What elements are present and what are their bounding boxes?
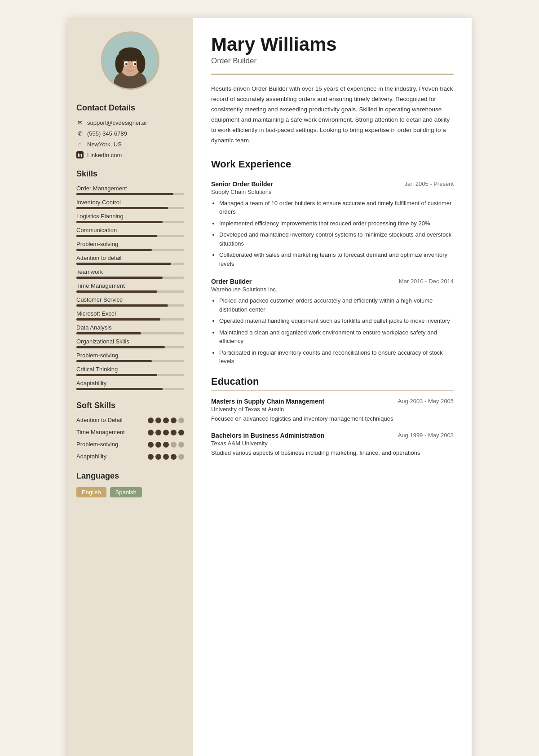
dots-container (148, 442, 184, 448)
linkedin-text: LinkedIn.com (87, 152, 122, 158)
skill-name: Teamwork (76, 268, 184, 275)
skill-bar-bg (76, 263, 184, 265)
dot (163, 430, 169, 435)
education-section: Education Masters in Supply Chain Manage… (211, 376, 454, 457)
skill-bar-bg (76, 332, 184, 334)
dot (148, 418, 154, 423)
skill-name: Microsoft Excel (76, 310, 184, 317)
edu-description: Studied various aspects of business incl… (211, 448, 454, 457)
education-list: Masters in Supply Chain Management Aug 2… (211, 398, 454, 457)
skill-name: Time Management (76, 282, 184, 289)
education-divider (211, 390, 454, 391)
skill-bar-bg (76, 277, 184, 279)
edu-dates: Aug 1999 - May 2003 (398, 432, 454, 439)
work-experience-section: Work Experience Senior Order Builder Jan… (211, 158, 454, 366)
avatar-container (76, 31, 184, 90)
edu-degree: Bachelors in Business Administration (211, 432, 324, 439)
soft-skill-name: Problem-solving (76, 441, 126, 448)
dot (163, 454, 169, 460)
skill-item: Inventory Control (76, 199, 184, 209)
contact-location: ⌂ NewYork, US (76, 141, 184, 148)
skill-bar-bg (76, 249, 184, 251)
skill-bar-fill (76, 374, 157, 376)
dot (171, 442, 177, 448)
skill-bar-fill (76, 207, 168, 209)
skill-item: Critical Thinking (76, 366, 184, 376)
skill-bar-bg (76, 346, 184, 348)
soft-skill-name: Time Management (76, 429, 126, 436)
main-content: Mary Williams Order Builder Results-driv… (193, 18, 472, 756)
edu-block: Bachelors in Business Administration Aug… (211, 432, 454, 457)
skill-bar-fill (76, 249, 152, 251)
dots-container (148, 454, 184, 460)
edu-dates: Aug 2003 - May 2005 (398, 398, 454, 404)
svg-point-6 (137, 54, 145, 73)
job-dates: Mar 2010 - Dec 2014 (399, 278, 454, 285)
skill-bar-bg (76, 290, 184, 293)
education-title: Education (211, 376, 454, 387)
email-text: support@cvdesigner.ai (87, 119, 146, 126)
skill-bar-bg (76, 235, 184, 237)
soft-skill-row: Time Management (76, 429, 184, 436)
dot (171, 418, 177, 423)
dot (178, 418, 184, 423)
skill-bar-bg (76, 207, 184, 209)
skill-name: Organizational Skills (76, 338, 184, 345)
dot (178, 430, 184, 435)
svg-point-5 (115, 54, 124, 73)
skill-bar-fill (76, 290, 157, 293)
bullet-item: Collaborated with sales and marketing te… (219, 251, 454, 268)
job-role: Order Builder (211, 278, 252, 285)
summary-text: Results-driven Order Builder with over 1… (211, 84, 454, 146)
skill-item: Customer Service (76, 296, 184, 307)
languages-section-title: Languages (76, 471, 184, 481)
job-company: Warehouse Solutions Inc. (211, 286, 454, 293)
skill-name: Communication (76, 227, 184, 233)
edu-school: Texas A&M University (211, 440, 454, 447)
skill-item: Attention to detail (76, 255, 184, 265)
skill-bar-fill (76, 332, 141, 334)
job-bullets: Managed a team of 10 order builders to e… (211, 199, 454, 268)
bullet-item: Developed and maintained inventory contr… (219, 230, 454, 248)
soft-skills-section-title: Soft Skills (76, 401, 184, 410)
skill-bar-bg (76, 374, 184, 376)
skill-name: Order Management (76, 185, 184, 192)
language-english: English (76, 487, 106, 497)
bullet-item: Picked and packed customer orders accura… (219, 296, 454, 314)
dot (148, 442, 154, 448)
job-header: Senior Order Builder Jan 2005 - Present (211, 180, 454, 188)
job-company: Supply Chain Solutions (211, 189, 454, 195)
skill-name: Problem-solving (76, 241, 184, 247)
skill-bar-bg (76, 360, 184, 362)
skills-list: Order Management Inventory Control Logis… (76, 185, 184, 390)
dot (171, 430, 177, 435)
skill-name: Customer Service (76, 296, 184, 303)
skill-bar-fill (76, 263, 171, 265)
skill-bar-bg (76, 193, 184, 195)
skill-name: Attention to detail (76, 255, 184, 261)
bullet-item: Maintained a clean and organized work en… (219, 328, 454, 346)
job-title: Order Builder (211, 57, 454, 66)
name-title-block: Mary Williams Order Builder (211, 34, 454, 66)
edu-header: Masters in Supply Chain Management Aug 2… (211, 398, 454, 405)
skill-bar-fill (76, 304, 168, 307)
job-bullets: Picked and packed customer orders accura… (211, 296, 454, 366)
skill-bar-fill (76, 318, 160, 321)
work-experience-title: Work Experience (211, 158, 454, 170)
jobs-list: Senior Order Builder Jan 2005 - Present … (211, 180, 454, 366)
edu-school: University of Texas at Austin (211, 406, 454, 413)
soft-skill-name: Attention to Detail (76, 417, 126, 424)
skill-bar-fill (76, 193, 173, 195)
skill-item: Time Management (76, 282, 184, 293)
skill-item: Microsoft Excel (76, 310, 184, 321)
contact-list: ✉ support@cvdesigner.ai ✆ (555) 345-6789… (76, 119, 184, 158)
resume-wrapper: Contact Details ✉ support@cvdesigner.ai … (67, 18, 472, 756)
dot (155, 430, 161, 435)
soft-skill-name: Adaptability (76, 453, 126, 461)
skill-name: Critical Thinking (76, 366, 184, 373)
bullet-item: Participated in regular inventory counts… (219, 348, 454, 366)
avatar (101, 31, 159, 90)
soft-skills-list: Attention to Detail Time Management Prob… (76, 417, 184, 461)
bullet-item: Operated material handling equipment suc… (219, 316, 454, 325)
edu-description: Focused on advanced logistics and invent… (211, 414, 454, 423)
